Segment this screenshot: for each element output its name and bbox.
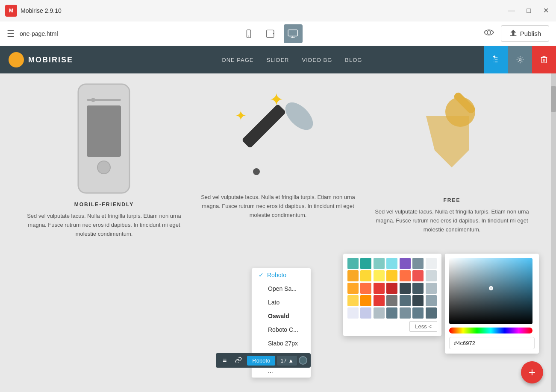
swatch[interactable] (400, 295, 411, 306)
toolbar-left: ☰ one-page.html (7, 29, 58, 39)
svg-text:✦: ✦ (235, 108, 247, 123)
logo-circle (9, 52, 24, 67)
swatch[interactable] (347, 258, 359, 269)
swatch[interactable] (374, 295, 385, 306)
svg-point-16 (91, 98, 95, 102)
color-picker-trigger[interactable] (299, 356, 307, 365)
toolbar-right: Publish (484, 25, 549, 42)
nav-link-blog[interactable]: BLOG (345, 57, 362, 63)
swatch[interactable] (426, 270, 437, 281)
font-item-lato[interactable]: Lato (252, 295, 311, 309)
swatch[interactable] (386, 283, 397, 294)
swatch[interactable] (426, 307, 437, 319)
swatch[interactable] (426, 258, 437, 269)
swatch-grid (347, 258, 437, 319)
swatch[interactable] (412, 307, 424, 319)
size-selector[interactable]: 17 ▲ (277, 356, 297, 366)
gradient-cursor (489, 286, 493, 290)
font-item-open-sans[interactable]: Open Sa... (252, 282, 311, 295)
delete-button[interactable] (532, 46, 556, 73)
mobile-view-button[interactable] (239, 24, 258, 43)
swatch[interactable] (374, 307, 385, 319)
svg-point-18 (97, 161, 110, 174)
tablet-view-button[interactable] (262, 24, 280, 43)
swatch[interactable] (386, 307, 397, 319)
color-gradient-picker (445, 254, 539, 354)
align-button[interactable]: ≡ (219, 355, 230, 366)
swatch[interactable] (400, 258, 411, 269)
nav-link-video-bg[interactable]: VIDEO BG (302, 57, 332, 63)
swatch[interactable] (374, 270, 385, 281)
swatch[interactable] (412, 283, 424, 294)
features-section: MOBILE-FRIENDLY Sed vel vulputate lacus.… (0, 73, 556, 247)
swatch[interactable] (400, 283, 411, 294)
swatch[interactable] (386, 295, 397, 306)
preview-button[interactable] (484, 28, 494, 39)
swatch[interactable] (360, 258, 371, 269)
hue-bar[interactable] (449, 328, 532, 333)
scroll-thumb[interactable] (551, 86, 556, 112)
feature-mobile: MOBILE-FRIENDLY Sed vel vulputate lacus.… (26, 82, 182, 238)
text-toolbar: ≡ Roboto 17 ▲ (216, 353, 311, 368)
gradient-area[interactable] (449, 258, 532, 324)
add-fab-button[interactable]: + (521, 361, 543, 383)
svg-point-3 (273, 33, 274, 34)
swatch[interactable] (386, 270, 397, 281)
font-item-slabo[interactable]: Slabo 27px (252, 336, 311, 350)
font-item-oswald[interactable]: Oswald (252, 309, 311, 323)
swatch[interactable] (426, 295, 437, 306)
swatch[interactable] (347, 270, 359, 281)
free-illustration (409, 82, 494, 197)
settings-button[interactable] (508, 46, 532, 73)
svg-rect-23 (242, 104, 287, 149)
swatch[interactable] (374, 258, 385, 269)
swatch[interactable] (374, 283, 385, 294)
device-switcher (239, 24, 303, 43)
font-item-roboto-c[interactable]: Roboto C... (252, 323, 311, 336)
nav-link-slider[interactable]: SLIDER (267, 57, 289, 63)
swatch[interactable] (412, 295, 424, 306)
swatch[interactable] (412, 258, 424, 269)
reorder-button[interactable] (484, 46, 508, 73)
scrollbar[interactable] (551, 73, 556, 392)
svg-rect-11 (542, 58, 547, 63)
swatch[interactable] (412, 270, 424, 281)
feature-free-text: Sed vel vulputate lacus. Nulla et fringi… (374, 208, 530, 234)
publish-icon (509, 29, 518, 38)
nav-link-one-page[interactable]: ONE PAGE (222, 57, 254, 63)
swatch[interactable] (400, 307, 411, 319)
feature-mobile-text: Sed vel vulputate lacus. Nulla et fringi… (26, 212, 182, 238)
link-button[interactable] (232, 355, 245, 366)
svg-point-10 (519, 59, 521, 61)
menu-button[interactable]: ☰ (7, 29, 15, 39)
nav-actions (484, 46, 556, 73)
publish-button[interactable]: Publish (501, 25, 549, 42)
svg-rect-8 (510, 35, 516, 36)
close-button[interactable]: ✕ (541, 6, 551, 16)
logo-text: MOBIRISE (28, 56, 73, 64)
swatch[interactable] (360, 295, 371, 306)
swatch[interactable] (360, 283, 371, 294)
desktop-view-button[interactable] (284, 24, 303, 43)
wand-illustration: ✦ ✦ ✦ ✦ (222, 82, 333, 193)
feature-magic: ✦ ✦ ✦ ✦ Sed vel vulputate lacus. Nulla e… (200, 82, 356, 238)
swatch[interactable] (347, 307, 359, 319)
swatch[interactable] (360, 307, 371, 319)
nav-logo: MOBIRISE (9, 52, 73, 67)
svg-rect-17 (87, 105, 121, 157)
swatch[interactable] (426, 283, 437, 294)
swatch[interactable] (347, 295, 359, 306)
hex-input[interactable] (449, 337, 535, 349)
font-item-roboto[interactable]: ✓ Roboto (252, 268, 311, 282)
svg-rect-4 (288, 29, 297, 36)
svg-rect-2 (266, 30, 274, 37)
minimize-button[interactable]: — (506, 6, 517, 16)
title-bar-left: M Mobirise 2.9.10 (5, 5, 62, 17)
swatch[interactable] (360, 270, 371, 281)
swatch[interactable] (386, 258, 397, 269)
font-selector[interactable]: Roboto (247, 356, 275, 366)
swatch[interactable] (400, 270, 411, 281)
maximize-button[interactable]: □ (524, 6, 534, 16)
less-button[interactable]: Less < (409, 321, 437, 332)
swatch[interactable] (347, 283, 359, 294)
